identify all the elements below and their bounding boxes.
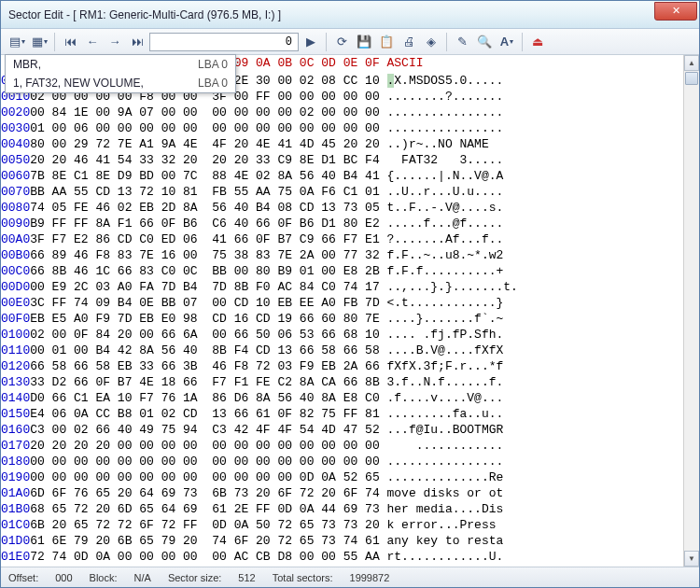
- ascii-cell[interactable]: ....B.V@....fXfX: [387, 343, 518, 358]
- ascii-cell[interactable]: <.t............}: [387, 295, 518, 311]
- go-button[interactable]: ▶: [301, 32, 321, 52]
- scroll-up-icon[interactable]: ▲: [684, 55, 699, 71]
- nav-last-icon[interactable]: ⏭: [127, 32, 147, 52]
- hex-row[interactable]: 005020 20 46 41 54 33 32 20 20 20 33 C9 …: [1, 152, 518, 168]
- ascii-cell[interactable]: ?.......Af...f..: [387, 231, 518, 247]
- ascii-cell[interactable]: k error...Press: [387, 517, 518, 533]
- hex-row[interactable]: 0140D0 66 C1 EA 10 F7 76 1A 86 D6 8A 56 …: [1, 390, 518, 406]
- hex-row[interactable]: 01E072 74 0D 0A 00 00 00 00 00 AC CB D8 …: [1, 549, 518, 565]
- hex-cell[interactable]: 61 6E 79 20 6B 65 79 20 74 6F 20 72 65 7…: [30, 533, 386, 549]
- ascii-cell[interactable]: fXfX.3f;F.r...*f: [387, 358, 518, 374]
- exit-icon[interactable]: ⏏: [527, 32, 548, 52]
- hex-cell[interactable]: 3F F7 E2 86 CD C0 ED 06 41 66 0F B7 C9 6…: [30, 231, 386, 247]
- hex-cell[interactable]: D0 66 C1 EA 10 F7 76 1A 86 D6 8A 56 40 8…: [30, 390, 386, 406]
- hex-cell[interactable]: C3 00 02 66 40 49 75 94 C3 42 4F 4F 54 4…: [30, 422, 386, 438]
- ascii-cell[interactable]: f.F.f..........+: [387, 263, 518, 279]
- hex-row[interactable]: 00C066 8B 46 1C 66 83 C0 0C BB 00 80 B9 …: [1, 263, 518, 279]
- hex-row[interactable]: 01D061 6E 79 20 6B 65 79 20 74 6F 20 72 …: [1, 533, 518, 549]
- hex-cell[interactable]: 66 89 46 F8 83 7E 16 00 75 38 83 7E 2A 0…: [30, 247, 386, 263]
- popup-item-partition-1[interactable]: 1, FAT32, NEW VOLUME, LBA 0: [6, 74, 235, 92]
- hex-row[interactable]: 01B068 65 72 20 6D 65 64 69 61 2E FF 0D …: [1, 501, 518, 517]
- ascii-cell[interactable]: 3.f..N.f......f.: [387, 374, 518, 390]
- hex-cell[interactable]: 80 00 29 72 7E A1 9A 4E 4F 20 4E 41 4D 4…: [30, 136, 386, 152]
- hex-cell[interactable]: 7B 8E C1 8E D9 BD 00 7C 88 4E 02 8A 56 4…: [30, 168, 386, 184]
- hex-cell[interactable]: 66 58 66 58 EB 33 66 3B 46 F8 72 03 F9 E…: [30, 358, 386, 374]
- ascii-cell[interactable]: rt............U.: [387, 549, 518, 565]
- ascii-cell[interactable]: f.F..~..u8.~*.w2: [387, 247, 518, 263]
- hex-row[interactable]: 019000 00 00 00 00 00 00 00 00 00 00 00 …: [1, 469, 518, 485]
- hex-cell[interactable]: 68 65 72 20 6D 65 64 69 61 2E FF 0D 0A 4…: [30, 501, 386, 517]
- hex-row[interactable]: 002000 84 1E 00 9A 07 00 00 00 00 00 00 …: [1, 105, 518, 120]
- ascii-cell[interactable]: t..F..-.V@....s.: [387, 200, 518, 216]
- hex-row[interactable]: 017020 20 20 20 00 00 00 00 00 00 00 00 …: [1, 438, 518, 454]
- scroll-down-icon[interactable]: ▼: [684, 551, 699, 567]
- hex-cell[interactable]: 3C FF 74 09 B4 0E BB 07 00 CD 10 EB EE A…: [30, 295, 386, 311]
- hex-cell[interactable]: 66 8B 46 1C 66 83 C0 0C BB 00 80 B9 01 0…: [30, 263, 386, 279]
- popup-item-mbr[interactable]: MBR, LBA 0: [6, 55, 235, 74]
- hex-row[interactable]: 00E03C FF 74 09 B4 0E BB 07 00 CD 10 EB …: [1, 295, 518, 311]
- print-icon[interactable]: 🖨: [399, 32, 419, 52]
- tag-icon[interactable]: ◈: [421, 32, 441, 52]
- ascii-cell[interactable]: ...f@Iu..BOOTMGR: [387, 422, 518, 438]
- nav-first-icon[interactable]: ⏮: [60, 32, 80, 52]
- ascii-cell[interactable]: ................: [387, 454, 518, 469]
- font-dropdown-button[interactable]: A: [497, 32, 517, 52]
- hex-cell[interactable]: 00 E9 2C 03 A0 FA 7D B4 7D 8B F0 AC 84 C…: [30, 279, 386, 295]
- hex-row[interactable]: 00607B 8E C1 8E D9 BD 00 7C 88 4E 02 8A …: [1, 168, 518, 184]
- hex-row[interactable]: 01A06D 6F 76 65 20 64 69 73 6B 73 20 6F …: [1, 485, 518, 501]
- save-icon[interactable]: 💾: [354, 32, 374, 52]
- hex-cell[interactable]: EB E5 A0 F9 7D EB E0 98 CD 16 CD 19 66 6…: [30, 311, 386, 327]
- hex-cell[interactable]: 00 00 00 00 00 00 00 00 00 00 00 00 00 0…: [30, 454, 386, 469]
- hex-cell[interactable]: B9 FF FF 8A F1 66 0F B6 C6 40 66 0F B6 D…: [30, 216, 386, 231]
- refresh-icon[interactable]: ⟳: [331, 32, 352, 52]
- edit-icon[interactable]: ✎: [452, 32, 472, 52]
- hex-row[interactable]: 01C06B 20 65 72 72 6F 72 FF 0D 0A 50 72 …: [1, 517, 518, 533]
- hex-row[interactable]: 0160C3 00 02 66 40 49 75 94 C3 42 4F 4F …: [1, 422, 518, 438]
- ascii-cell[interactable]: .X.MSDOS5.0.....: [387, 73, 518, 89]
- ascii-cell[interactable]: .....f...@f.....: [387, 216, 518, 231]
- ascii-cell[interactable]: ..............Re: [387, 469, 518, 485]
- hex-cell[interactable]: 6B 20 65 72 72 6F 72 FF 0D 0A 50 72 65 7…: [30, 517, 386, 533]
- ascii-cell[interactable]: ............: [387, 438, 518, 454]
- hex-row[interactable]: 00B066 89 46 F8 83 7E 16 00 75 38 83 7E …: [1, 247, 518, 263]
- search-icon[interactable]: 🔍: [474, 32, 495, 52]
- ascii-cell[interactable]: ................: [387, 105, 518, 120]
- ascii-cell[interactable]: move disks or ot: [387, 485, 518, 501]
- ascii-cell[interactable]: .... .fj.fP.Sfh.: [387, 327, 518, 343]
- hex-view[interactable]: 00 01 02 03 04 05 06 07 08 09 0A 0B 0C 0…: [1, 55, 699, 567]
- hex-cell[interactable]: BB AA 55 CD 13 72 10 81 FB 55 AA 75 0A F…: [30, 184, 386, 200]
- doc-dropdown-button[interactable]: ▤: [7, 32, 27, 52]
- hex-row[interactable]: 004080 00 29 72 7E A1 9A 4E 4F 20 4E 41 …: [1, 136, 518, 152]
- hex-cell[interactable]: 20 20 20 20 00 00 00 00 00 00 00 00 00 0…: [30, 438, 386, 454]
- nav-prev-icon[interactable]: ←: [82, 32, 103, 52]
- nav-next-icon[interactable]: →: [105, 32, 125, 52]
- hex-cell[interactable]: E4 06 0A CC B8 01 02 CD 13 66 61 0F 82 7…: [30, 406, 386, 422]
- hex-row[interactable]: 0090B9 FF FF 8A F1 66 0F B6 C6 40 66 0F …: [1, 216, 518, 231]
- hex-cell[interactable]: 01 00 06 00 00 00 00 00 00 00 00 00 00 0…: [30, 120, 386, 136]
- hex-row[interactable]: 00F0EB E5 A0 F9 7D EB E0 98 CD 16 CD 19 …: [1, 311, 518, 327]
- hex-cell[interactable]: 20 20 46 41 54 33 32 20 20 20 33 C9 8E D…: [30, 152, 386, 168]
- hex-row[interactable]: 008074 05 FE 46 02 EB 2D 8A 56 40 B4 08 …: [1, 200, 518, 216]
- hex-row[interactable]: 003001 00 06 00 00 00 00 00 00 00 00 00 …: [1, 120, 518, 136]
- hex-row[interactable]: 00A03F F7 E2 86 CD C0 ED 06 41 66 0F B7 …: [1, 231, 518, 247]
- hex-row[interactable]: 010002 00 0F 84 20 00 66 6A 00 66 50 06 …: [1, 327, 518, 343]
- ascii-cell[interactable]: .f....v....V@...: [387, 390, 518, 406]
- ascii-cell[interactable]: ................: [387, 120, 518, 136]
- view-dropdown-button[interactable]: ▦: [29, 32, 49, 52]
- ascii-cell[interactable]: ..)r~..NO NAME: [387, 136, 518, 152]
- vertical-scrollbar[interactable]: ▲ ▼: [683, 55, 699, 567]
- copy-icon[interactable]: 📋: [376, 32, 397, 52]
- hex-cell[interactable]: 02 00 0F 84 20 00 66 6A 00 66 50 06 53 6…: [30, 327, 386, 343]
- hex-cell[interactable]: 00 01 00 B4 42 8A 56 40 8B F4 CD 13 66 5…: [30, 343, 386, 358]
- hex-cell[interactable]: 6D 6F 76 65 20 64 69 73 6B 73 20 6F 72 2…: [30, 485, 386, 501]
- hex-row[interactable]: 00D000 E9 2C 03 A0 FA 7D B4 7D 8B F0 AC …: [1, 279, 518, 295]
- hex-cell[interactable]: 74 05 FE 46 02 EB 2D 8A 56 40 B4 08 CD 1…: [30, 200, 386, 216]
- ascii-cell[interactable]: ..,...}.}.......t.: [387, 279, 518, 295]
- hex-row[interactable]: 011000 01 00 B4 42 8A 56 40 8B F4 CD 13 …: [1, 343, 518, 358]
- hex-cell[interactable]: 72 74 0D 0A 00 00 00 00 00 AC CB D8 00 0…: [30, 549, 386, 565]
- ascii-cell[interactable]: any key to resta: [387, 533, 518, 549]
- close-button[interactable]: ✕: [654, 2, 697, 21]
- ascii-cell[interactable]: her media....Dis: [387, 501, 518, 517]
- hex-cell[interactable]: 00 84 1E 00 9A 07 00 00 00 00 00 00 02 0…: [30, 105, 386, 120]
- offset-input[interactable]: [149, 33, 299, 51]
